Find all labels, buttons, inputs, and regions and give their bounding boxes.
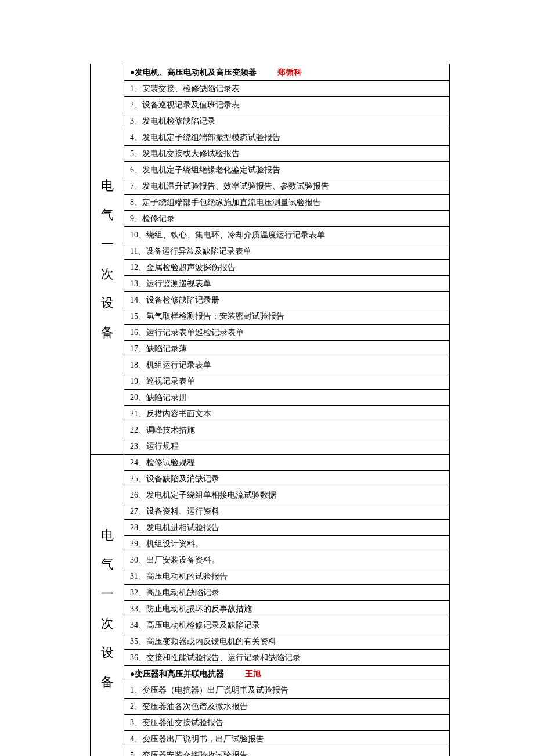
list-item: 12、金属检验超声波探伤报告 bbox=[124, 260, 450, 276]
section-owner: 郑循科 bbox=[277, 68, 302, 77]
list-item: 13、运行监测巡视表单 bbox=[124, 276, 450, 292]
category-char: 一 bbox=[91, 579, 124, 609]
list-item: 34、高压电动机检修记录及缺陷记录 bbox=[124, 617, 450, 633]
list-item: 9、检修记录 bbox=[124, 211, 450, 227]
list-item: 35、高压变频器或内反馈电机的有关资料 bbox=[124, 633, 450, 650]
list-item: 6、发电机定子绕组绝缘老化鉴定试验报告 bbox=[124, 162, 450, 178]
list-item: 7、发电机温升试验报告、效率试验报告、参数试验报告 bbox=[124, 178, 450, 195]
list-item: 14、设备检修缺陷记录册 bbox=[124, 292, 450, 308]
list-item: 27、设备资料、运行资料 bbox=[124, 503, 450, 520]
list-item: 29、机组设计资料。 bbox=[124, 536, 450, 552]
category-char: 备 bbox=[91, 668, 124, 697]
list-item: 16、运行记录表单巡检记录表单 bbox=[124, 325, 450, 341]
list-item: 22、调峰技术措施 bbox=[124, 422, 450, 438]
list-item: 23、运行规程 bbox=[124, 438, 450, 455]
category-vertical-header: 电气一次设备 bbox=[91, 455, 124, 757]
list-item: 18、机组运行记录表单 bbox=[124, 357, 450, 373]
category-char: 设 bbox=[91, 289, 124, 318]
category-char: 次 bbox=[91, 609, 124, 639]
category-char: 设 bbox=[91, 638, 124, 668]
list-item: 36、交接和性能试验报告、运行记录和缺陷记录 bbox=[124, 650, 450, 666]
list-item: 2、变压器油各次色谱及微水报告 bbox=[124, 699, 450, 715]
list-item: 24、检修试验规程 bbox=[124, 455, 450, 471]
category-char: 备 bbox=[91, 318, 124, 348]
list-item: 33、防止电动机损坏的反事故措施 bbox=[124, 601, 450, 617]
list-item: 10、绕组、铁心、集电环、冷却介质温度运行记录表单 bbox=[124, 227, 450, 243]
category-char: 气 bbox=[91, 550, 124, 579]
list-item: 4、变压器出厂说明书，出厂试验报告 bbox=[124, 731, 450, 747]
list-item: 3、变压器油交接试验报告 bbox=[124, 715, 450, 731]
list-item: 11、设备运行异常及缺陷记录表单 bbox=[124, 243, 450, 260]
category-char: 气 bbox=[91, 200, 124, 230]
list-item: 19、巡视记录表单 bbox=[124, 373, 450, 390]
list-item: 8、定子绕组端部手包绝缘施加直流电压测量试验报告 bbox=[124, 195, 450, 211]
section-header: ●变压器和高压并联电抗器王旭 bbox=[124, 666, 450, 682]
list-item: 3、发电机检修缺陷记录 bbox=[124, 113, 450, 129]
list-item: 26、发电机定子绕组单相接电流试验数据 bbox=[124, 487, 450, 503]
category-char: 一 bbox=[91, 230, 124, 260]
list-item: 25、设备缺陷及消缺记录 bbox=[124, 471, 450, 487]
list-item: 5、变压器安装交接验收试验报告 bbox=[124, 747, 450, 757]
category-char: 电 bbox=[91, 521, 124, 550]
section-title: ●变压器和高压并联电抗器 bbox=[130, 669, 224, 678]
list-item: 21、反措内容书面文本 bbox=[124, 406, 450, 422]
list-item: 17、缺陷记录薄 bbox=[124, 341, 450, 357]
list-item: 1、安装交接、检修缺陷记录表 bbox=[124, 81, 450, 97]
category-vertical-header: 电气一次设备 bbox=[91, 64, 124, 455]
list-item: 32、高压电动机缺陷记录 bbox=[124, 585, 450, 601]
list-item: 20、缺陷记录册 bbox=[124, 390, 450, 406]
list-item: 2、设备巡视记录及值班记录表 bbox=[124, 97, 450, 113]
category-char: 电 bbox=[91, 171, 124, 201]
category-char: 次 bbox=[91, 260, 124, 289]
section-owner: 王旭 bbox=[245, 669, 261, 678]
list-item: 30、出厂安装设备资料。 bbox=[124, 552, 450, 568]
section-title: ●发电机、高压电动机及高压变频器 bbox=[130, 68, 257, 77]
list-item: 5、发电机交接或大修试验报告 bbox=[124, 146, 450, 162]
section-header: ●发电机、高压电动机及高压变频器郑循科 bbox=[124, 64, 450, 81]
equipment-table: 电气一次设备●发电机、高压电动机及高压变频器郑循科1、安装交接、检修缺陷记录表2… bbox=[90, 64, 450, 756]
list-item: 31、高压电动机的试验报告 bbox=[124, 568, 450, 585]
list-item: 4、发电机定子绕组端部振型模态试验报告 bbox=[124, 129, 450, 146]
list-item: 15、氢气取样检测报告；安装密封试验报告 bbox=[124, 308, 450, 325]
list-item: 28、发电机进相试验报告 bbox=[124, 520, 450, 536]
list-item: 1、变压器（电抗器）出厂说明书及试验报告 bbox=[124, 682, 450, 699]
